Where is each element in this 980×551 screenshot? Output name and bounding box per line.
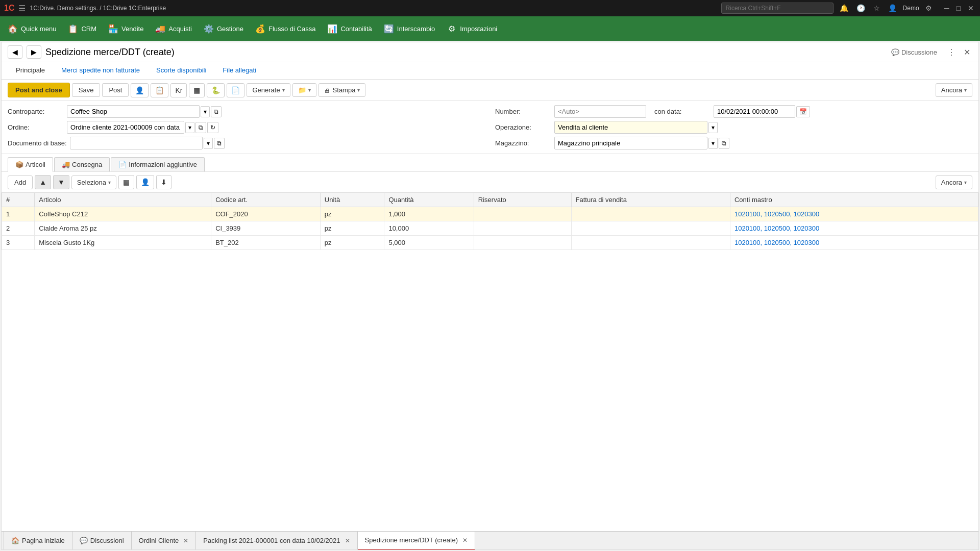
bottom-tab-spedizione-ddt[interactable]: Spedizione merce/DDT (create) ✕ — [358, 532, 476, 550]
table-row[interactable]: 1 CoffeShop C212 COF_2020 pz 1,000 10201… — [2, 207, 978, 221]
subtab-bar: 📦 Articoli 🚚 Consegna 📄 Informazioni agg… — [2, 154, 978, 172]
documento-dropdown-btn[interactable]: ▾ — [204, 138, 213, 149]
close-document-icon[interactable]: ✕ — [962, 47, 972, 57]
icon-button-6[interactable]: 📄 — [227, 83, 244, 97]
calendar-btn[interactable]: 📅 — [796, 106, 810, 117]
cell-conti[interactable]: 1020100, 1020500, 1020300 — [730, 221, 978, 236]
ancora-button[interactable]: Ancora ▾ — [936, 83, 972, 97]
settings-icon[interactable]: ⚙ — [923, 4, 934, 12]
minimize-button[interactable]: ─ — [942, 4, 951, 12]
icon-button-1[interactable]: 👤 — [131, 83, 149, 97]
download-button[interactable]: ⬇ — [156, 175, 172, 189]
packing-close-btn[interactable]: ✕ — [345, 537, 350, 544]
table-container: # Articolo Codice art. Unità Quantità Ri… — [2, 192, 978, 531]
post-button[interactable]: Post — [102, 83, 129, 97]
forward-button[interactable]: ▶ — [27, 45, 41, 59]
close-window-button[interactable]: ✕ — [966, 4, 976, 12]
menu-item-acquisti[interactable]: 🚚 Acquisti — [150, 19, 197, 38]
spedizione-close-btn[interactable]: ✕ — [462, 537, 468, 544]
menu-item-impostazioni[interactable]: ⚙ Impostazioni — [441, 19, 502, 38]
controparte-input-group: ▾ ⧉ — [67, 105, 222, 118]
bottom-tab-home[interactable]: 🏠 Pagina iniziale — [4, 532, 72, 550]
add-button[interactable]: Add — [8, 176, 33, 189]
documento-row: Documento di base: ▾ ⧉ — [8, 137, 485, 149]
menu-item-label: CRM — [81, 25, 96, 33]
back-button[interactable]: ◀ — [8, 45, 22, 59]
ordini-close-btn[interactable]: ✕ — [183, 537, 188, 544]
post-close-button[interactable]: Post and close — [8, 83, 70, 97]
move-up-button[interactable]: ▲ — [35, 175, 51, 189]
table-row[interactable]: 2 Cialde Aroma 25 pz CI_3939 pz 10,000 1… — [2, 221, 978, 236]
controparte-open-btn[interactable]: ⧉ — [211, 106, 222, 117]
hamburger-icon[interactable]: ☰ — [18, 4, 26, 13]
bottom-tabs: 🏠 Pagina iniziale 💬 Discussioni Ordini C… — [2, 531, 978, 549]
person-settings-button[interactable]: 👤 — [136, 175, 154, 189]
menu-item-crm[interactable]: 📋 CRM — [62, 19, 102, 38]
history-icon[interactable]: 🕐 — [854, 4, 867, 12]
icon-button-3[interactable]: Kr — [170, 83, 187, 97]
printer-icon: 🖨 — [324, 86, 331, 94]
subtab-articoli[interactable]: 📦 Articoli — [8, 157, 53, 172]
table-row[interactable]: 3 Miscela Gusto 1Kg BT_202 pz 5,000 1020… — [2, 236, 978, 250]
notification-icon[interactable]: 🔔 — [838, 4, 850, 12]
generate-button[interactable]: Generate ▾ — [247, 83, 290, 97]
subtab-info-agg[interactable]: 📄 Informazioni aggiuntive — [111, 157, 205, 171]
barcode-button[interactable]: ▦ — [118, 175, 134, 189]
save-button[interactable]: Save — [72, 83, 101, 97]
ordine-nav-btn[interactable]: ↻ — [207, 122, 218, 133]
discussion-button[interactable]: 💬 Discussione — [887, 46, 941, 58]
cell-riservato — [474, 236, 571, 250]
menu-item-interscambio[interactable]: 🔄 Interscambio — [378, 19, 440, 38]
icon-button-4[interactable]: ▦ — [189, 83, 205, 97]
search-input[interactable] — [721, 3, 834, 14]
controparte-dropdown-btn[interactable]: ▾ — [201, 106, 210, 117]
stampa-button[interactable]: 🖨 Stampa ▾ — [318, 83, 366, 97]
ordine-label: Ordine: — [8, 123, 64, 131]
documento-open-btn[interactable]: ⧉ — [214, 138, 225, 149]
number-input[interactable] — [554, 105, 646, 118]
subtab-consegna[interactable]: 🚚 Consegna — [54, 157, 110, 171]
menu-item-gestione[interactable]: ⚙️ Gestione — [198, 19, 249, 38]
menu-item-label: Gestione — [217, 25, 243, 33]
maximize-button[interactable]: □ — [954, 4, 963, 12]
cell-conti[interactable]: 1020100, 1020500, 1020300 — [730, 207, 978, 221]
bottom-tab-discussioni[interactable]: 💬 Discussioni — [72, 532, 132, 550]
operazione-dropdown-btn[interactable]: ▾ — [708, 122, 718, 133]
folder-button[interactable]: 📁 ▾ — [292, 83, 316, 97]
icon-button-5[interactable]: 🐍 — [207, 83, 225, 97]
menu-item-quick-menu[interactable]: 🏠 Quick menu — [2, 19, 61, 38]
bottom-tab-packing-list[interactable]: Packing list 2021-000001 con data 10/02/… — [196, 532, 357, 550]
user-icon[interactable]: 👤 — [886, 4, 899, 12]
tab-principale[interactable]: Principale — [8, 62, 53, 79]
ordine-dropdown-btn[interactable]: ▾ — [185, 122, 194, 133]
menu-item-contabilita[interactable]: 📊 Contabilità — [322, 19, 377, 38]
tab-file[interactable]: File allegati — [214, 62, 264, 79]
star-icon[interactable]: ☆ — [871, 4, 882, 12]
tab-merci-spedite[interactable]: Merci spedite non fatturate — [53, 62, 148, 79]
seleziona-button[interactable]: Seleziona ▾ — [71, 176, 116, 189]
magazzino-dropdown-btn[interactable]: ▾ — [708, 138, 718, 149]
con-data-input[interactable] — [714, 105, 795, 118]
menu-item-vendite[interactable]: 🏪 Vendite — [103, 19, 149, 38]
magazzino-input[interactable] — [554, 137, 707, 149]
cell-conti[interactable]: 1020100, 1020500, 1020300 — [730, 236, 978, 250]
icon-button-2[interactable]: 📋 — [151, 83, 168, 97]
number-label: Number: — [495, 108, 551, 115]
ordine-open-btn[interactable]: ⧉ — [195, 122, 206, 133]
ordine-input[interactable] — [67, 121, 184, 134]
bottom-tab-ordini-cliente[interactable]: Ordini Cliente ✕ — [132, 532, 197, 550]
operazione-input[interactable] — [554, 121, 707, 134]
magazzino-open-btn[interactable]: ⧉ — [719, 138, 729, 149]
document-header: ◀ ▶ Spedizione merce/DDT (create) 💬 Disc… — [2, 42, 978, 62]
cell-fattura — [571, 221, 730, 236]
documento-input[interactable] — [70, 137, 203, 149]
vendite-icon: 🏪 — [108, 23, 119, 34]
app-title: 1C:Drive. Demo settings. / 1C:Drive 1C:E… — [30, 5, 717, 12]
controparte-input[interactable] — [67, 105, 200, 118]
table-ancora-button[interactable]: Ancora ▾ — [936, 176, 972, 189]
move-down-button[interactable]: ▼ — [53, 175, 69, 189]
packing-label: Packing list 2021-000001 con data 10/02/… — [203, 537, 340, 544]
more-options-icon[interactable]: ⋮ — [945, 47, 958, 57]
tab-scorte[interactable]: Scorte disponibili — [148, 62, 214, 79]
menu-item-flusso-cassa[interactable]: 💰 Flusso di Cassa — [250, 19, 321, 38]
